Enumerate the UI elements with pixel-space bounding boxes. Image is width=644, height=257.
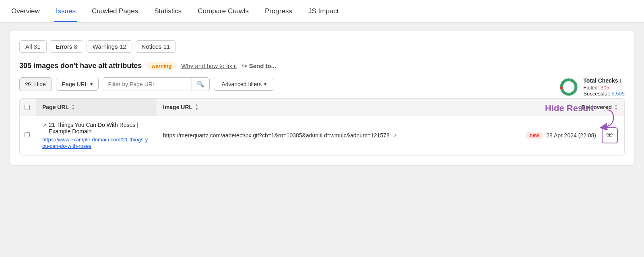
header-image-url[interactable]: Image URL ▲▼ bbox=[157, 99, 520, 116]
controls-row: 👁 Hide Page URL ▾ 🔍 Advanced fi bbox=[19, 77, 559, 91]
nav-item-overview[interactable]: Overview bbox=[10, 0, 41, 22]
nav-item-compare-crawls[interactable]: Compare Crawls bbox=[196, 0, 250, 22]
chevron-down-icon: ▾ bbox=[90, 81, 93, 87]
nav-item-progress[interactable]: Progress bbox=[263, 0, 294, 22]
table-row: ↗ 21 Things You Can Do With Roses | Exam… bbox=[20, 116, 624, 155]
tab-errors[interactable]: Errors 8 bbox=[50, 40, 83, 53]
annotation-arrow bbox=[591, 108, 615, 130]
eye-icon: 👁 bbox=[25, 81, 32, 88]
issue-title: 305 images don't have alt attributes bbox=[19, 62, 142, 70]
issue-heading: 305 images don't have alt attributes war… bbox=[19, 62, 625, 70]
svg-point-1 bbox=[561, 80, 576, 94]
fix-link[interactable]: Why and how to fix it bbox=[181, 62, 237, 69]
header-page-url[interactable]: Page URL ▲▼ bbox=[36, 99, 157, 116]
filter-tabs: All 31 Errors 8 Warnings 12 Notices 11 bbox=[19, 40, 625, 53]
info-icon[interactable]: ℹ bbox=[619, 78, 621, 84]
sort-page-url-icon: ▲▼ bbox=[71, 104, 75, 111]
advanced-filters-button[interactable]: Advanced filters ▾ bbox=[214, 78, 274, 91]
send-to-link[interactable]: ↪ Send to... bbox=[242, 62, 277, 70]
table-header: Page URL ▲▼ Image URL ▲▼ Discovered ▲▼ bbox=[20, 99, 624, 116]
failed-value: 305 bbox=[601, 85, 609, 91]
filter-input[interactable] bbox=[103, 78, 192, 90]
nav-item-statistics[interactable]: Statistics bbox=[153, 0, 183, 22]
nav-item-crawled-pages[interactable]: Crawled Pages bbox=[90, 0, 140, 22]
nav-item-js-impact[interactable]: JS Impact bbox=[307, 0, 341, 22]
success-label: Successful: bbox=[583, 91, 610, 97]
external-link-icon: ↗ bbox=[42, 122, 47, 128]
image-url-text: https://merequartz.com/aadetect/px.gif?c… bbox=[163, 132, 390, 139]
image-url-external-icon: ↗ bbox=[393, 133, 397, 139]
page-url-dropdown[interactable]: Page URL ▾ bbox=[56, 78, 99, 91]
header-checkbox[interactable] bbox=[20, 100, 36, 115]
tab-all[interactable]: All 31 bbox=[19, 40, 47, 53]
send-arrow-icon: ↪ bbox=[242, 62, 247, 70]
discovered-date: 28 Apr 2024 (22:08) bbox=[546, 132, 596, 139]
row-checkbox[interactable] bbox=[20, 126, 36, 144]
page-url-link[interactable]: https://www.example-domain.com/21-things… bbox=[42, 137, 148, 149]
chevron-down-icon-2: ▾ bbox=[264, 81, 266, 87]
sort-image-url-icon: ▲▼ bbox=[195, 104, 198, 111]
warning-badge: warning bbox=[147, 62, 176, 70]
row-select-checkbox[interactable] bbox=[25, 132, 30, 137]
nav-item-issues[interactable]: Issues bbox=[54, 0, 77, 22]
top-nav: Overview Issues Crawled Pages Statistics… bbox=[0, 0, 644, 23]
hide-result-label: Hide Result bbox=[545, 103, 594, 114]
total-checks: Total Checks ℹ Failed: 305 Successful: 5… bbox=[559, 77, 625, 97]
tab-notices[interactable]: Notices 11 bbox=[136, 40, 176, 53]
row-image-url: https://merequartz.com/aadetect/px.gif?c… bbox=[157, 126, 520, 144]
annotation-wrapper: Hide Result 👁 bbox=[599, 127, 618, 143]
donut-chart bbox=[559, 77, 578, 97]
search-icon: 🔍 bbox=[197, 81, 204, 87]
failed-label: Failed: bbox=[583, 85, 599, 91]
filter-input-wrapper: 🔍 bbox=[103, 77, 210, 91]
new-badge: new bbox=[526, 132, 543, 139]
row-page-url: ↗ 21 Things You Can Do With Roses | Exam… bbox=[36, 116, 157, 155]
search-button[interactable]: 🔍 bbox=[192, 78, 209, 91]
select-all-checkbox[interactable] bbox=[25, 105, 30, 110]
row-discovered: new 28 Apr 2024 (22:08) Hide Result bbox=[520, 122, 624, 149]
results-table: Page URL ▲▼ Image URL ▲▼ Discovered ▲▼ bbox=[19, 98, 625, 155]
page-title-text: 21 Things You Can Do With Roses | Exampl… bbox=[49, 122, 150, 135]
success-value: 5,505 bbox=[611, 91, 625, 97]
tab-warnings[interactable]: Warnings 12 bbox=[87, 40, 132, 53]
eye-icon-hide: 👁 bbox=[606, 131, 613, 140]
hide-button[interactable]: 👁 Hide bbox=[19, 77, 52, 91]
